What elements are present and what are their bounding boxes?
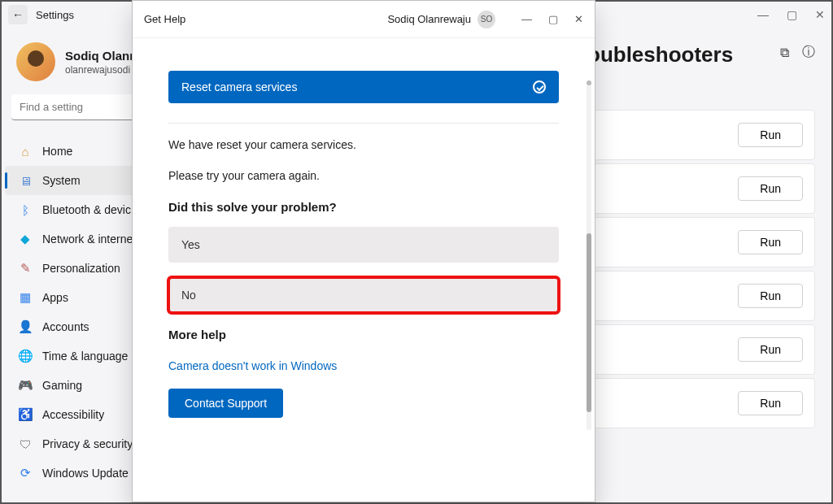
close-icon[interactable]: ✕ [815,8,825,21]
time-language-icon: 🌐 [18,349,33,363]
gethelp-window: Get Help Sodiq Olanrewaju SO — ▢ ✕ Reset… [132,0,595,502]
profile-text: Sodiq Olanre olanrewajusodi [65,49,141,76]
user-initials-badge: SO [478,11,495,28]
option-yes-label: Yes [181,238,200,251]
option-yes[interactable]: Yes [168,227,559,263]
gethelp-user-name: Sodiq Olanrewaju [387,13,471,25]
scroll-up-arrow[interactable] [587,80,591,85]
personalization-icon: ✎ [18,261,33,276]
home-icon: ⌂ [18,144,33,159]
reset-confirmation-msg: We have reset your camera services. [168,138,559,151]
link-icon[interactable]: ⧉ [780,46,789,60]
sidebar-item-label: System [42,174,81,187]
sidebar-item-label: Bluetooth & devic [42,203,131,216]
sidebar-item-label: Network & interne [42,232,133,245]
check-circle-icon [533,80,546,93]
privacy-security-icon: 🛡 [18,437,33,451]
page-title: oubleshooters [587,42,733,67]
close-icon[interactable]: ✕ [574,13,583,25]
gethelp-body: Reset camera services We have reset your… [133,38,595,502]
windows-update-icon: ⟳ [18,466,33,480]
header-icons: ⧉ ⓘ [780,44,815,61]
sidebar-item-label: Home [42,145,72,158]
minimize-icon[interactable]: — [521,13,532,25]
accounts-icon: 👤 [18,319,33,334]
try-again-msg: Please try your camera again. [168,169,559,182]
option-no[interactable]: No [168,277,559,313]
help-article-link[interactable]: Camera doesn't work in Windows [168,359,559,372]
contact-support-button[interactable]: Contact Support [168,389,283,418]
gethelp-window-controls: — ▢ ✕ [521,13,583,25]
accessibility-icon: ♿ [18,407,33,422]
more-help-heading: More help [168,328,559,341]
sidebar-item-label: Privacy & security [42,437,133,450]
sidebar-item-label: Gaming [42,379,82,392]
minimize-icon[interactable]: — [757,8,769,21]
gaming-icon: 🎮 [18,378,33,393]
sidebar-item-label: Accessibility [42,408,104,421]
sidebar-item-label: Accounts [42,320,89,333]
avatar [16,42,55,81]
run-button[interactable]: Run [738,337,803,362]
profile-name: Sodiq Olanre [65,49,141,63]
back-arrow-icon: ← [12,8,24,21]
settings-title: Settings [36,9,74,21]
scrollbar-thumb[interactable] [587,233,591,412]
divider [168,123,559,124]
run-button[interactable]: Run [738,123,803,147]
apps-icon: ▦ [18,290,33,305]
run-button[interactable]: Run [738,284,803,308]
sidebar-item-label: Windows Update [42,467,129,480]
network-interne-icon: ◆ [18,232,33,246]
sidebar-item-label: Time & language [42,350,128,363]
gethelp-app-name: Get Help [144,13,185,25]
settings-window-controls: — ▢ ✕ [757,8,825,21]
solved-question: Did this solve your problem? [168,200,559,214]
gethelp-titlebar: Get Help Sodiq Olanrewaju SO — ▢ ✕ [133,1,595,38]
back-button[interactable]: ← [8,5,28,24]
bluetooth-devic-icon: ᛒ [18,202,33,217]
run-button[interactable]: Run [738,230,803,254]
run-button[interactable]: Run [738,176,803,201]
reset-action-label: Reset camera services [181,80,297,93]
system-icon: 🖥 [18,173,33,188]
maximize-icon[interactable]: ▢ [787,8,797,21]
reset-action-bar[interactable]: Reset camera services [168,71,559,103]
info-icon[interactable]: ⓘ [802,44,815,61]
option-no-label: No [181,289,196,302]
sidebar-item-label: Personalization [42,262,120,275]
sidebar-item-label: Apps [42,291,68,304]
profile-email: olanrewajusodi [65,64,141,76]
maximize-icon[interactable]: ▢ [548,13,558,25]
gethelp-user[interactable]: Sodiq Olanrewaju SO [387,11,495,28]
run-button[interactable]: Run [738,391,803,415]
